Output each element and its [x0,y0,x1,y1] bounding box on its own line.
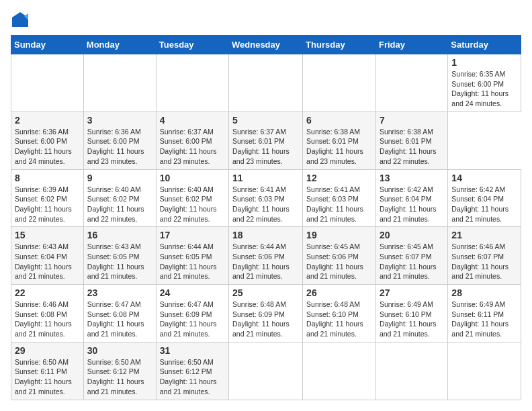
calendar-cell: 18Sunrise: 6:44 AMSunset: 6:06 PMDayligh… [229,227,303,285]
calendar-table: SundayMondayTuesdayWednesdayThursdayFrid… [11,35,521,400]
day-info: Sunrise: 6:45 AMSunset: 6:07 PMDaylight:… [380,242,444,281]
calendar-cell [229,342,303,400]
day-info: Sunrise: 6:46 AMSunset: 6:08 PMDaylight:… [15,300,80,339]
calendar-cell: 6Sunrise: 6:38 AMSunset: 6:01 PMDaylight… [303,111,376,169]
calendar-cell: 28Sunrise: 6:49 AMSunset: 6:11 PMDayligh… [448,285,521,342]
calendar-header-tuesday: Tuesday [156,36,228,54]
day-info: Sunrise: 6:45 AMSunset: 6:06 PMDaylight:… [306,242,372,281]
calendar-header-sunday: Sunday [11,36,84,54]
day-info: Sunrise: 6:44 AMSunset: 6:06 PMDaylight:… [232,242,299,281]
day-number: 29 [15,345,80,356]
calendar-cell: 9Sunrise: 6:40 AMSunset: 6:02 PMDaylight… [83,169,156,227]
calendar-header-saturday: Saturday [448,36,521,54]
calendar-cell: 19Sunrise: 6:45 AMSunset: 6:06 PMDayligh… [303,227,376,285]
calendar-cell: 22Sunrise: 6:46 AMSunset: 6:08 PMDayligh… [11,285,84,342]
calendar-header-monday: Monday [83,36,156,54]
calendar-cell [303,342,376,400]
day-number: 11 [232,173,299,183]
day-info: Sunrise: 6:47 AMSunset: 6:09 PMDaylight:… [160,300,225,339]
calendar-cell: 13Sunrise: 6:42 AMSunset: 6:04 PMDayligh… [375,169,447,227]
calendar-cell [83,54,156,112]
day-info: Sunrise: 6:37 AMSunset: 6:01 PMDaylight:… [232,127,299,167]
calendar-header-friday: Friday [375,36,447,54]
day-info: Sunrise: 6:43 AMSunset: 6:04 PMDaylight:… [15,242,80,281]
calendar-cell [156,54,228,112]
calendar-cell: 27Sunrise: 6:49 AMSunset: 6:10 PMDayligh… [375,285,447,342]
calendar-cell: 10Sunrise: 6:40 AMSunset: 6:02 PMDayligh… [156,169,228,227]
calendar-cell: 12Sunrise: 6:41 AMSunset: 6:03 PMDayligh… [303,169,376,227]
day-info: Sunrise: 6:43 AMSunset: 6:05 PMDaylight:… [87,242,152,281]
day-info: Sunrise: 6:48 AMSunset: 6:09 PMDaylight:… [232,300,299,339]
day-number: 21 [451,230,517,240]
day-number: 13 [380,173,444,183]
day-info: Sunrise: 6:50 AMSunset: 6:12 PMDaylight:… [160,357,225,397]
calendar-cell: 4Sunrise: 6:37 AMSunset: 6:00 PMDaylight… [156,111,228,169]
day-info: Sunrise: 6:37 AMSunset: 6:00 PMDaylight:… [160,127,225,167]
day-number: 5 [232,115,299,126]
day-number: 16 [87,230,152,240]
calendar-cell: 2Sunrise: 6:36 AMSunset: 6:00 PMDaylight… [11,111,84,169]
day-number: 18 [232,230,299,240]
calendar-week-6: 29Sunrise: 6:50 AMSunset: 6:11 PMDayligh… [11,342,521,400]
day-number: 23 [87,287,152,298]
day-number: 2 [15,115,80,126]
calendar-cell: 26Sunrise: 6:48 AMSunset: 6:10 PMDayligh… [303,285,376,342]
calendar-cell: 25Sunrise: 6:48 AMSunset: 6:09 PMDayligh… [229,285,303,342]
page-header [11,11,521,30]
svg-marker-0 [12,12,28,27]
calendar-cell [448,342,521,400]
calendar-cell: 20Sunrise: 6:45 AMSunset: 6:07 PMDayligh… [375,227,447,285]
calendar-cell: 29Sunrise: 6:50 AMSunset: 6:11 PMDayligh… [11,342,84,400]
calendar-cell: 1Sunrise: 6:35 AMSunset: 6:00 PMDaylight… [448,54,521,112]
day-info: Sunrise: 6:44 AMSunset: 6:05 PMDaylight:… [160,242,225,281]
day-info: Sunrise: 6:40 AMSunset: 6:02 PMDaylight:… [160,185,225,224]
calendar-cell [229,54,303,112]
calendar-cell [375,54,447,112]
day-info: Sunrise: 6:38 AMSunset: 6:01 PMDaylight:… [306,127,372,167]
day-info: Sunrise: 6:50 AMSunset: 6:11 PMDaylight:… [15,357,80,397]
calendar-cell [303,54,376,112]
calendar-cell: 8Sunrise: 6:39 AMSunset: 6:02 PMDaylight… [11,169,84,227]
calendar-cell [11,54,84,112]
day-number: 3 [87,115,152,126]
calendar-cell [375,342,447,400]
calendar-cell: 5Sunrise: 6:37 AMSunset: 6:01 PMDaylight… [229,111,303,169]
calendar-week-3: 8Sunrise: 6:39 AMSunset: 6:02 PMDaylight… [11,169,521,227]
day-number: 31 [160,345,225,356]
day-number: 12 [306,173,372,183]
calendar-cell: 16Sunrise: 6:43 AMSunset: 6:05 PMDayligh… [83,227,156,285]
calendar-cell: 3Sunrise: 6:36 AMSunset: 6:00 PMDaylight… [83,111,156,169]
calendar-cell: 7Sunrise: 6:38 AMSunset: 6:01 PMDaylight… [375,111,447,169]
day-info: Sunrise: 6:42 AMSunset: 6:04 PMDaylight:… [380,185,444,224]
day-info: Sunrise: 6:40 AMSunset: 6:02 PMDaylight:… [87,185,152,224]
day-info: Sunrise: 6:39 AMSunset: 6:02 PMDaylight:… [15,185,80,224]
day-info: Sunrise: 6:38 AMSunset: 6:01 PMDaylight:… [380,127,444,167]
day-number: 24 [160,287,225,298]
calendar-cell: 31Sunrise: 6:50 AMSunset: 6:12 PMDayligh… [156,342,228,400]
day-info: Sunrise: 6:49 AMSunset: 6:10 PMDaylight:… [380,300,444,339]
logo-icon [11,11,30,30]
logo [11,11,32,30]
day-number: 6 [306,115,372,126]
calendar-week-5: 22Sunrise: 6:46 AMSunset: 6:08 PMDayligh… [11,285,521,342]
day-number: 26 [306,287,372,298]
day-number: 8 [15,173,80,183]
day-number: 22 [15,287,80,298]
day-number: 25 [232,287,299,298]
calendar-week-4: 15Sunrise: 6:43 AMSunset: 6:04 PMDayligh… [11,227,521,285]
calendar-cell: 30Sunrise: 6:50 AMSunset: 6:12 PMDayligh… [83,342,156,400]
calendar-header-wednesday: Wednesday [229,36,303,54]
day-info: Sunrise: 6:49 AMSunset: 6:11 PMDaylight:… [451,300,517,339]
day-number: 28 [451,287,517,298]
calendar-cell: 21Sunrise: 6:46 AMSunset: 6:07 PMDayligh… [448,227,521,285]
day-info: Sunrise: 6:48 AMSunset: 6:10 PMDaylight:… [306,300,372,339]
day-info: Sunrise: 6:36 AMSunset: 6:00 PMDaylight:… [15,127,80,167]
calendar-cell: 17Sunrise: 6:44 AMSunset: 6:05 PMDayligh… [156,227,228,285]
day-number: 14 [451,173,517,183]
calendar-week-1: 1Sunrise: 6:35 AMSunset: 6:00 PMDaylight… [11,54,521,112]
calendar-header-thursday: Thursday [303,36,376,54]
day-info: Sunrise: 6:36 AMSunset: 6:00 PMDaylight:… [87,127,152,167]
day-number: 4 [160,115,225,126]
day-number: 9 [87,173,152,183]
day-number: 19 [306,230,372,240]
